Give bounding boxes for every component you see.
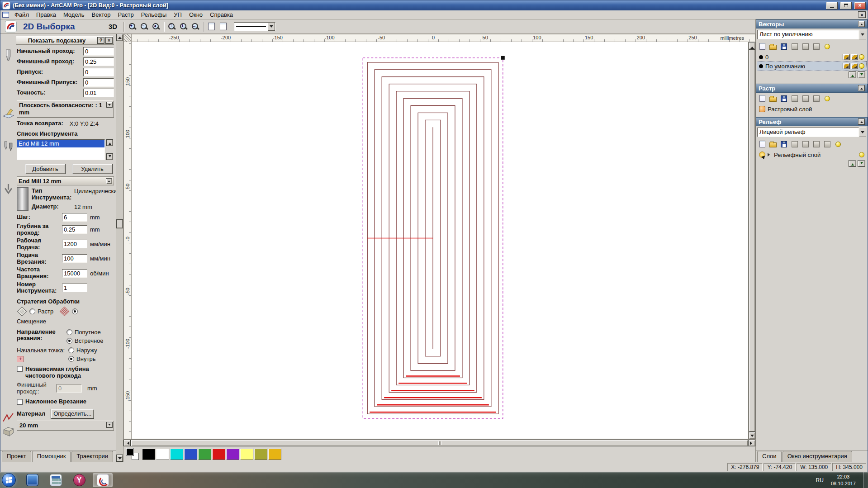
- tolerance-input[interactable]: [83, 89, 114, 97]
- remove-tool-button[interactable]: Удалить: [72, 164, 113, 174]
- sheet-combo-dropdown-button[interactable]: [859, 30, 866, 39]
- vector-layer-row[interactable]: По умолчанию: [757, 62, 866, 71]
- raster-section-header[interactable]: Растр: [756, 84, 868, 93]
- scrollbar-thumb[interactable]: [749, 49, 755, 432]
- scrollbar-thumb[interactable]: [131, 440, 748, 446]
- menu-nc-programs[interactable]: УП: [170, 11, 185, 19]
- zoom-extents-button[interactable]: ↔: [190, 21, 201, 32]
- artcam-taskbar-button[interactable]: [93, 473, 113, 487]
- palette-swatch-2[interactable]: [156, 449, 169, 460]
- relief-combo-dropdown-button[interactable]: [859, 128, 866, 137]
- palette-swatch-8[interactable]: [240, 449, 253, 460]
- tool-up-button[interactable]: [106, 139, 113, 146]
- mdi-close-button[interactable]: ×: [858, 11, 866, 18]
- drawing-canvas[interactable]: [132, 42, 748, 439]
- palette-swatch-3[interactable]: [170, 449, 183, 460]
- climb-radio[interactable]: [66, 329, 72, 335]
- scroll-right-button[interactable]: [748, 440, 755, 446]
- visibility-bulb-icon[interactable]: [859, 152, 864, 157]
- new-page-button[interactable]: [757, 42, 767, 51]
- new-page-button[interactable]: [757, 94, 767, 103]
- tool-list[interactable]: End Mill 12 mm: [17, 139, 105, 160]
- palette-swatch-9[interactable]: [254, 449, 267, 460]
- finish-allowance-input[interactable]: [83, 78, 114, 87]
- menu-file[interactable]: Файл: [11, 11, 33, 19]
- assistant-scrollbar[interactable]: [116, 34, 123, 462]
- line-style-dropdown-button[interactable]: [268, 23, 275, 31]
- scrollbar-thumb[interactable]: [116, 219, 123, 228]
- hint-close-button[interactable]: ×: [105, 37, 113, 44]
- collapse-raster-button[interactable]: [858, 85, 865, 91]
- vectors-section-header[interactable]: Векторы: [756, 19, 868, 28]
- copy-layer-button[interactable]: [822, 139, 832, 149]
- finish-pass-input[interactable]: [83, 57, 114, 66]
- grid-button[interactable]: [801, 94, 811, 103]
- strategy-offset-radio[interactable]: [72, 308, 78, 314]
- menu-reliefs[interactable]: Рельефы: [138, 11, 171, 19]
- scroll-up-button[interactable]: [749, 42, 755, 49]
- tool-number-input[interactable]: [62, 284, 87, 292]
- palette-swatch-6[interactable]: [212, 449, 225, 460]
- start-button[interactable]: [2, 473, 16, 487]
- collapse-relief-button[interactable]: [858, 118, 865, 125]
- tool-down-button[interactable]: [106, 153, 113, 160]
- edit-layer-button[interactable]: [843, 54, 850, 60]
- canvas-horizontal-scrollbar[interactable]: [123, 439, 755, 446]
- scroll-left-button[interactable]: [123, 440, 131, 446]
- tab-toolpaths[interactable]: Траектории: [71, 451, 113, 462]
- menu-model[interactable]: Модель: [60, 11, 88, 19]
- maximize-button[interactable]: [840, 2, 852, 9]
- save-button[interactable]: [779, 42, 789, 51]
- tab-toolbox-window[interactable]: Окно инструментария: [783, 451, 852, 462]
- import-button[interactable]: [790, 42, 800, 51]
- page-preview-button[interactable]: [218, 21, 228, 32]
- help-button[interactable]: ?: [97, 37, 104, 44]
- expand-icon[interactable]: [768, 153, 772, 156]
- show-desktop-button[interactable]: [863, 472, 868, 488]
- inside-radio[interactable]: [68, 356, 74, 362]
- add-tool-button[interactable]: Добавить: [25, 164, 66, 174]
- visibility-bulb-icon[interactable]: [859, 63, 864, 69]
- foreground-color-swatch[interactable]: [126, 448, 133, 455]
- my-computer-taskbar-button[interactable]: [22, 473, 42, 487]
- new-page-button[interactable]: [757, 139, 767, 149]
- layer-down-button[interactable]: [858, 160, 865, 167]
- view-3d-button[interactable]: 3D: [105, 22, 120, 31]
- strategy-raster-radio[interactable]: [29, 308, 35, 314]
- palette-button[interactable]: [790, 139, 800, 149]
- paint-button[interactable]: [790, 94, 800, 103]
- show-hint-bar[interactable]: Показать подсказку ? ×: [16, 36, 114, 45]
- stepover-input[interactable]: [62, 213, 87, 222]
- close-button[interactable]: ×: [854, 2, 866, 9]
- collapse-vectors-button[interactable]: [858, 21, 865, 27]
- minimize-button[interactable]: [826, 2, 838, 9]
- print-preview-button[interactable]: [206, 21, 217, 32]
- palette-swatch-7[interactable]: [226, 449, 239, 460]
- canvas-vertical-scrollbar[interactable]: [748, 42, 755, 439]
- tab-assistant[interactable]: Помощник: [32, 451, 71, 462]
- bulb-button[interactable]: [822, 94, 832, 103]
- layer-up-button[interactable]: [849, 160, 856, 167]
- clock[interactable]: 22:03 08.10.2017: [831, 474, 858, 487]
- menu-edit[interactable]: Правка: [33, 11, 60, 19]
- layer-style-button[interactable]: [851, 63, 858, 69]
- y-app-taskbar-button[interactable]: Y: [69, 473, 89, 487]
- save-button[interactable]: [779, 139, 789, 149]
- palette-swatch-5[interactable]: [198, 449, 211, 460]
- stepdown-input[interactable]: [62, 225, 87, 234]
- relief-section-header[interactable]: Рельеф: [756, 117, 868, 126]
- menu-vector[interactable]: Вектор: [88, 11, 114, 19]
- zoom-1to1-button[interactable]: 1: [178, 21, 189, 32]
- zoom-previous-button[interactable]: ◂: [151, 21, 161, 32]
- menu-help[interactable]: Справка: [206, 11, 237, 19]
- save-button[interactable]: [779, 94, 789, 103]
- safety-plane-dropdown-button[interactable]: [106, 102, 113, 108]
- calculator-taskbar-button[interactable]: [46, 473, 66, 487]
- tab-layers[interactable]: Слои: [757, 451, 782, 462]
- start-pass-input[interactable]: [83, 47, 114, 56]
- feed-rate-input[interactable]: [62, 240, 87, 248]
- line-style-combo[interactable]: [234, 22, 275, 31]
- ramp-checkbox[interactable]: [17, 399, 23, 405]
- copy-layer-button[interactable]: [811, 94, 821, 103]
- scroll-down-button[interactable]: [749, 432, 755, 439]
